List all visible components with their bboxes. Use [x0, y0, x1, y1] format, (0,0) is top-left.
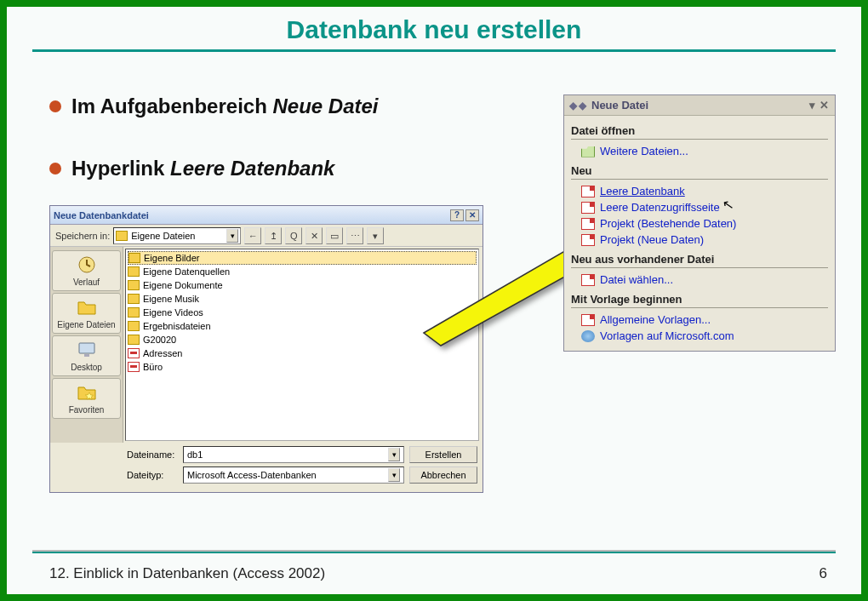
slide-title: Datenbank neu erstellen	[7, 7, 861, 49]
page-icon	[581, 314, 595, 326]
link-text[interactable]: Weitere Dateien...	[600, 145, 688, 157]
places-desktop[interactable]: Desktop	[52, 335, 121, 376]
filetype-label: Dateityp:	[127, 470, 178, 480]
file-name: Eigene Bilder	[144, 253, 199, 263]
places-label: Verlauf	[73, 278, 100, 287]
places-eigene-dateien[interactable]: Eigene Dateien	[52, 293, 121, 334]
file-item[interactable]: Eigene Bilder	[128, 251, 477, 265]
diamond-icon: ◆	[569, 100, 577, 112]
taskpane-link[interactable]: Weitere Dateien...	[571, 143, 828, 159]
chevron-down-icon[interactable]: ▾	[226, 229, 238, 243]
dialog-title: Neue Datenbankdatei	[54, 210, 149, 220]
help-button[interactable]: ?	[450, 209, 464, 221]
create-button[interactable]: Erstellen	[409, 446, 477, 463]
folder-icon	[116, 231, 128, 241]
bullet-2-em: Leere Datenbank	[170, 157, 334, 180]
taskpane-link[interactable]: Projekt (Neue Daten)	[571, 232, 828, 248]
file-item[interactable]: Eigene Videos	[128, 306, 477, 319]
filename-value: db1	[187, 449, 203, 460]
bullet-2-text: Hyperlink	[71, 157, 170, 180]
filename-input[interactable]: db1▾	[183, 446, 404, 463]
link-text[interactable]: Projekt (Bestehende Daten)	[600, 217, 736, 230]
page-icon	[581, 186, 595, 197]
savein-combo[interactable]: Eigene Dateien ▾	[113, 227, 241, 244]
newfolder-button[interactable]: ▭	[326, 227, 343, 244]
footer-left: 12. Einblick in Datenbanken (Access 2002…	[49, 565, 325, 582]
close-icon[interactable]: ✕	[818, 99, 830, 112]
folder-icon	[128, 294, 140, 304]
chevron-down-icon[interactable]: ▾	[388, 468, 400, 482]
dialog-titlebar[interactable]: Neue Datenbankdatei ? ✕	[50, 206, 483, 225]
file-item[interactable]: Eigene Dokumente	[128, 278, 477, 292]
places-label: Favoriten	[69, 405, 105, 415]
folder-icon	[128, 321, 140, 331]
divider	[571, 307, 828, 308]
link-text[interactable]: Allgemeine Vorlagen...	[600, 313, 711, 326]
delete-button[interactable]: ✕	[306, 227, 323, 244]
views-button[interactable]: ⋯	[346, 227, 363, 244]
places-verlauf[interactable]: Verlauf	[52, 250, 121, 291]
file-name: G20020	[143, 335, 176, 345]
page-icon	[581, 202, 595, 214]
back-button[interactable]: ←	[244, 227, 261, 244]
taskpane-link[interactable]: Leere Datenzugriffsseite	[571, 199, 828, 215]
file-item[interactable]: G20020	[128, 333, 477, 346]
file-item[interactable]: Büro	[128, 360, 477, 374]
file-list[interactable]: Eigene BilderEigene DatenquellenEigene D…	[125, 249, 479, 441]
taskpane-link[interactable]: Allgemeine Vorlagen...	[571, 312, 828, 328]
file-name: Eigene Videos	[143, 307, 203, 318]
file-name: Eigene Datenquellen	[143, 266, 230, 277]
taskpane-title: Neue Datei	[591, 99, 648, 112]
taskpane-section-heading: Datei öffnen	[571, 124, 828, 137]
folder-icon	[75, 297, 99, 318]
taskpane-link[interactable]: Leere Datenbank↖	[571, 183, 828, 199]
file-name: Eigene Musik	[143, 294, 199, 304]
desktop-icon	[75, 340, 99, 360]
taskpane-section-heading: Neu	[571, 164, 828, 177]
chevron-down-icon[interactable]: ▾	[388, 448, 400, 461]
taskpane-link[interactable]: Vorlagen auf Microsoft.com	[571, 328, 828, 344]
taskpane-header[interactable]: ◆ ◆ Neue Datei ▾ ✕	[564, 95, 835, 116]
svg-rect-2	[84, 354, 89, 357]
chevron-down-icon[interactable]: ▾	[806, 99, 818, 112]
places-label: Desktop	[71, 363, 102, 372]
filetype-value: Microsoft Access-Datenbanken	[187, 470, 317, 480]
link-text[interactable]: Leere Datenzugriffsseite	[600, 201, 720, 214]
link-text[interactable]: Projekt (Neue Daten)	[600, 233, 704, 246]
file-item[interactable]: Eigene Musik	[128, 292, 477, 306]
close-button[interactable]: ✕	[465, 209, 479, 221]
folder-icon	[128, 335, 140, 345]
search-button[interactable]: Q	[285, 227, 302, 244]
star-icon	[75, 382, 99, 403]
database-icon	[128, 362, 140, 372]
file-name: Ergebnisdateien	[143, 321, 211, 331]
divider	[571, 139, 828, 140]
taskpane-section-heading: Mit Vorlage beginnen	[571, 293, 828, 306]
filename-label: Dateiname:	[127, 449, 178, 460]
database-icon	[128, 348, 140, 358]
link-text[interactable]: Vorlagen auf Microsoft.com	[600, 329, 734, 342]
file-name: Eigene Dokumente	[143, 280, 223, 290]
diamond-icon: ◆	[579, 100, 586, 112]
tools-button[interactable]: ▾	[367, 227, 384, 244]
file-name: Büro	[143, 362, 163, 372]
folder-icon	[128, 266, 140, 277]
save-dialog: Neue Datenbankdatei ? ✕ Speichern in: Ei…	[49, 205, 483, 493]
link-text[interactable]: Leere Datenbank	[600, 185, 685, 197]
bullet-dot-icon	[49, 163, 61, 175]
file-item[interactable]: Eigene Datenquellen	[128, 265, 477, 278]
folder-icon	[128, 253, 140, 263]
up-button[interactable]: ↥	[265, 227, 282, 244]
file-name: Adressen	[143, 348, 182, 358]
places-bar: VerlaufEigene DateienDesktopFavoriten	[50, 247, 123, 443]
taskpane-link[interactable]: Projekt (Bestehende Daten)	[571, 215, 828, 232]
page-icon	[581, 274, 595, 286]
link-text[interactable]: Datei wählen...	[600, 273, 673, 286]
taskpane-link[interactable]: Datei wählen...	[571, 272, 828, 288]
file-item[interactable]: Ergebnisdateien	[128, 319, 477, 333]
places-favoriten[interactable]: Favoriten	[52, 378, 121, 419]
cancel-button[interactable]: Abbrechen	[409, 466, 477, 484]
filetype-combo[interactable]: Microsoft Access-Datenbanken▾	[183, 466, 404, 484]
places-label: Eigene Dateien	[57, 320, 115, 329]
file-item[interactable]: Adressen	[128, 346, 477, 360]
